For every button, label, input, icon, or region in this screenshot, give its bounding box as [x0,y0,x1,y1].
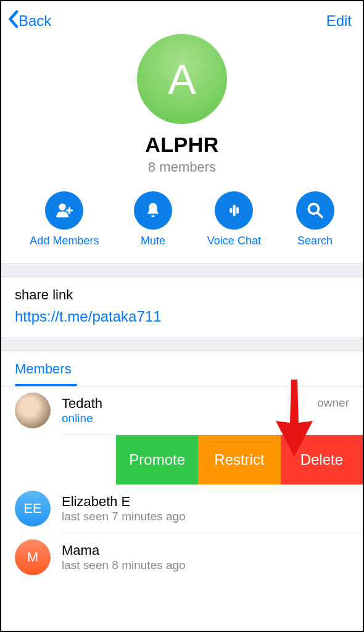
group-name: ALPHR [145,133,219,157]
member-name: Elizabeth E [62,494,349,510]
delete-button[interactable]: Delete [281,435,363,484]
member-row[interactable]: EE Elizabeth E last seen 7 minutes ago [1,484,363,533]
chevron-left-icon [7,10,19,31]
member-status: last seen 8 minutes ago [62,559,349,572]
svg-rect-2 [233,205,236,217]
member-row[interactable]: M Mama last seen 8 minutes ago [1,533,363,581]
member-name: Mama [62,543,349,559]
add-person-icon [54,200,75,221]
tab-members[interactable]: Members [15,361,72,386]
mute-button[interactable]: Mute [134,191,172,247]
member-row[interactable]: Tedath online owner [1,386,363,434]
svg-rect-1 [230,208,233,213]
action-label: Voice Chat [207,235,261,247]
section-spacer [1,264,363,277]
share-link-section: share link https://t.me/pataka711 [1,277,363,338]
bell-icon [143,201,163,220]
voice-chat-button[interactable]: Voice Chat [207,191,261,247]
share-link[interactable]: https://t.me/pataka711 [15,308,349,325]
back-label: Back [19,12,51,30]
action-label: Search [297,235,333,247]
member-status: online [62,412,349,425]
action-label: Add Members [30,235,99,247]
member-avatar: M [15,539,51,575]
member-avatar: EE [15,491,51,526]
member-role-tag: owner [317,396,349,410]
member-status: last seen 7 minutes ago [62,510,349,523]
action-label: Mute [141,235,165,247]
actions-row: Add Members Mute Voice Chat Search [1,191,363,264]
tabs: Members [1,351,363,386]
svg-rect-3 [236,207,239,214]
share-link-label: share link [15,287,349,303]
search-button[interactable]: Search [296,191,334,247]
group-avatar[interactable]: A [137,34,227,124]
avatar-initial: A [168,55,196,103]
promote-button[interactable]: Promote [116,435,198,484]
svg-point-0 [59,204,66,210]
search-icon [305,201,325,220]
swipe-actions: Promote Restrict Delete [116,435,363,484]
section-spacer [1,338,363,351]
member-avatar [15,393,51,428]
member-count: 8 members [148,159,216,175]
tab-label: Members [15,361,72,376]
member-name: Tedath [62,396,349,412]
restrict-button[interactable]: Restrict [198,435,280,484]
voice-icon [224,201,244,220]
back-button[interactable]: Back [7,10,51,31]
add-members-button[interactable]: Add Members [30,191,99,247]
profile-section: A ALPHR 8 members [1,38,363,191]
edit-button[interactable]: Edit [326,12,352,30]
